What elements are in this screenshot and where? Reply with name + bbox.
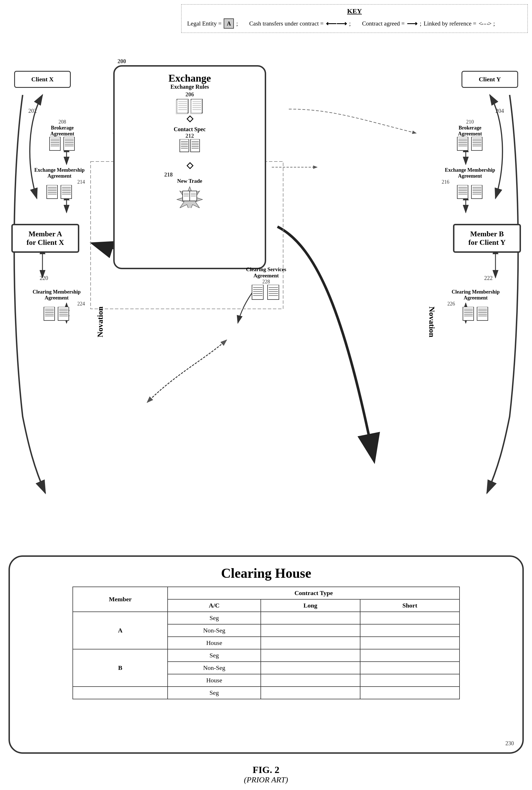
label-212: 212 [170, 133, 210, 139]
svg-rect-120 [477, 307, 488, 320]
exchange-membership-left-label: Exchange Membership Agreement [34, 167, 85, 179]
svg-rect-96 [471, 185, 482, 199]
svg-rect-126 [252, 285, 263, 299]
label-220: 220 [40, 275, 48, 281]
svg-rect-90 [457, 185, 468, 199]
svg-rect-54 [50, 137, 60, 150]
table-cell-ac: House [168, 637, 261, 649]
label-208: 208 [40, 119, 85, 125]
caption-sub: (PRIOR ART) [244, 775, 288, 784]
label-202: 202 [28, 108, 37, 114]
clearing-membership-right-label: Clearing Membership Agreement [447, 289, 504, 301]
key-contract-label: Contract agreed = [362, 20, 405, 27]
table-cell-short [360, 612, 459, 624]
key-cash-arrow: ⟵⟶ [326, 19, 347, 28]
table-cell-short [360, 649, 459, 662]
table-row: ASeg [73, 612, 459, 624]
diagram-wrapper: Client X 202 Client Y 204 Exchange 200 E… [6, 62, 527, 771]
table-cell-ac: Seg [168, 686, 261, 699]
label-222: 222 [484, 275, 493, 281]
key-cash-label: Cash transfers under contract = [249, 20, 324, 27]
clearing-services-group: Clearing Services Agreement 228 [229, 267, 303, 304]
brokerage-left-doc-icon [48, 137, 76, 152]
brokerage-left-group: 208 Brokerage Agreement [40, 119, 85, 153]
diamond-1: ◇ [187, 113, 193, 123]
svg-rect-33 [180, 139, 189, 152]
table-cell-member [73, 686, 168, 699]
label-218: 218 [164, 171, 215, 178]
key-title: KEY [187, 7, 522, 15]
svg-rect-114 [463, 307, 474, 320]
clearing-house-title: Clearing House [24, 565, 508, 581]
label-206: 206 [170, 91, 209, 98]
new-trade-icon [173, 185, 207, 208]
key-legal-entity-row: Legal Entity = A ; [187, 18, 238, 29]
table-cell-short [360, 624, 459, 637]
member-a-node: Member A for Client X [11, 224, 79, 253]
client-x-node: Client X [14, 71, 71, 88]
label-200: 200 [117, 58, 126, 65]
clearing-services-label: Clearing Services Agreement [229, 267, 303, 279]
table-cell-ac: House [168, 674, 261, 686]
key-legal-entity-icon: A [224, 18, 234, 29]
table-row: Seg [73, 686, 459, 699]
table-cell-long [261, 612, 360, 624]
clearing-membership-left-doc-icon [42, 307, 71, 323]
table-cell-long [261, 686, 360, 699]
key-linked-arrow: <- - -> [478, 20, 491, 27]
table-cell-member: A [73, 612, 168, 649]
table-cell-short [360, 637, 459, 649]
diamond-2: ◇ [187, 160, 193, 170]
svg-rect-39 [191, 139, 200, 152]
brokerage-right-label: Brokerage Agreement [447, 125, 493, 137]
label-230: 230 [506, 740, 514, 747]
table-cell-long [261, 649, 360, 662]
exchange-rules-label: Exchange Rules [170, 84, 209, 90]
caption-main: FIG. 2 [244, 765, 288, 775]
client-y-node: Client Y [461, 71, 518, 88]
new-trade-label: New Trade [164, 178, 215, 184]
contact-spec-doc-icon [178, 139, 201, 155]
svg-rect-31 [176, 100, 187, 114]
svg-rect-66 [457, 137, 468, 150]
clearing-services-doc-icon [249, 285, 283, 303]
label-224: 224 [28, 301, 85, 307]
novation-left-label: Novation [96, 307, 105, 337]
clearing-membership-right-group: Clearing Membership Agreement 226 [447, 289, 504, 324]
exchange-title: Exchange [120, 72, 259, 84]
key-box: KEY Legal Entity = A ; Cash transfers un… [181, 4, 528, 33]
contact-spec-label: Contact Spec [170, 126, 210, 133]
key-cash-row: Cash transfers under contract = ⟵⟶ ; [249, 19, 350, 28]
table-cell-long [261, 624, 360, 637]
table-cell-ac: Seg [168, 649, 261, 662]
label-216: 216 [442, 179, 498, 185]
clearing-house-box: Clearing House 230 Member Contract Type … [8, 555, 524, 754]
col-contract-type-header: Contract Type [168, 587, 459, 599]
label-204: 204 [495, 108, 504, 114]
table-cell-member: B [73, 649, 168, 686]
svg-rect-78 [47, 185, 57, 199]
label-214: 214 [34, 179, 85, 185]
table-cell-short [360, 674, 459, 686]
label-210: 210 [447, 119, 493, 125]
key-legal-entity-label: Legal Entity = [187, 20, 222, 27]
brokerage-right-group: 210 Brokerage Agreement [447, 119, 493, 153]
exchange-membership-left-doc-icon [45, 185, 74, 201]
key-linked-label: Linked by reference = [423, 20, 476, 27]
table-cell-long [261, 674, 360, 686]
svg-rect-60 [64, 137, 74, 150]
member-b-node: Member B for Client Y [453, 224, 521, 253]
exchange-membership-right-label: Exchange Membership Agreement [442, 167, 498, 179]
table-cell-ac: Seg [168, 612, 261, 624]
exchange-membership-right-group: Exchange Membership Agreement 216 [442, 167, 498, 202]
key-contract-arrow: ⟶ [407, 19, 417, 28]
table-cell-long [261, 637, 360, 649]
table-cell-long [261, 662, 360, 674]
svg-rect-132 [268, 285, 279, 299]
table-row: BSeg [73, 649, 459, 662]
table-cell-ac: Non-Seg [168, 624, 261, 637]
caption: FIG. 2 (PRIOR ART) [244, 765, 288, 784]
clearing-membership-left-label: Clearing Membership Agreement [28, 289, 85, 301]
table-cell-ac: Non-Seg [168, 662, 261, 674]
col-short-header: Short [360, 599, 459, 612]
